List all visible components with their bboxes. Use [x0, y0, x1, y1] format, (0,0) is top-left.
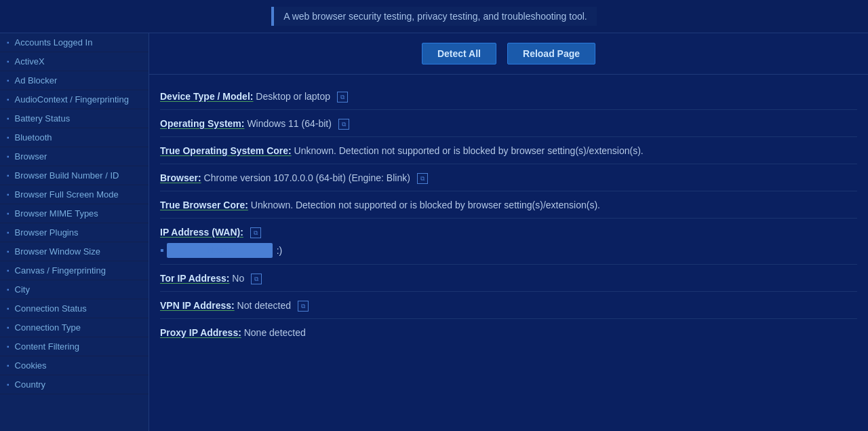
sidebar-item-label: Browser MIME Types [15, 208, 98, 219]
sidebar-item-connection-type[interactable]: ▪Connection Type [0, 318, 149, 337]
sidebar-item-label: City [15, 284, 30, 295]
sidebar-item-label: Browser [15, 151, 47, 162]
sidebar-bullet-icon: ▪ [7, 58, 9, 65]
tor-ip-copy-icon[interactable]: ⧉ [251, 274, 262, 284]
sidebar-bullet-icon: ▪ [7, 39, 9, 46]
sidebar-bullet-icon: ▪ [7, 134, 9, 141]
true-os-label: True Operating System Core: [160, 145, 292, 156]
ip-smiley: :) [277, 244, 283, 258]
os-row: Operating System: Windows 11 (64-bit) ⧉ [160, 110, 857, 137]
device-type-row: Device Type / Model: Desktop or laptop ⧉ [160, 83, 857, 110]
ip-bullet: ▪ [160, 242, 164, 259]
browser-label: Browser: [160, 172, 201, 183]
reload-page-button[interactable]: Reload Page [507, 43, 595, 64]
sidebar-bullet-icon: ▪ [7, 77, 9, 84]
sidebar-item-browser[interactable]: ▪Browser [0, 147, 149, 166]
sidebar-item-label: Browser Full Screen Mode [15, 189, 119, 200]
banner-text: A web browser security testing, privacy … [271, 7, 596, 26]
sidebar-item-browser-full-screen-mode[interactable]: ▪Browser Full Screen Mode [0, 185, 149, 204]
tor-ip-label: Tor IP Address: [160, 273, 229, 284]
sidebar-item-label: Browser Window Size [15, 246, 100, 257]
sidebar-item-cookies[interactable]: ▪Cookies [0, 356, 149, 375]
sidebar-item-label: Canvas / Fingerprinting [15, 265, 106, 276]
sidebar-bullet-icon: ▪ [7, 115, 9, 122]
device-type-copy-icon[interactable]: ⧉ [337, 92, 348, 102]
browser-row: Browser: Chrome version 107.0.0.0 (64-bi… [160, 164, 857, 191]
banner-message: A web browser security testing, privacy … [283, 11, 587, 22]
sidebar-item-battery-status[interactable]: ▪Battery Status [0, 109, 149, 128]
ip-wan-copy-icon[interactable]: ⧉ [250, 227, 261, 238]
tor-ip-value: No [232, 273, 244, 284]
os-value: Windows 11 (64-bit) [247, 118, 332, 129]
sidebar-item-label: ActiveX [15, 56, 45, 67]
sidebar-item-label: Battery Status [15, 113, 71, 124]
true-browser-core-row: True Browser Core: Unknown. Detection no… [160, 191, 857, 219]
sidebar-item-label: Browser Build Number / ID [15, 170, 119, 181]
ip-wan-row: IP Address (WAN): ⧉ ▪ hidden :) [160, 219, 857, 265]
sidebar-item-content-filtering[interactable]: ▪Content Filtering [0, 337, 149, 356]
device-type-label: Device Type / Model: [160, 91, 253, 102]
sidebar-bullet-icon: ▪ [7, 229, 9, 236]
sidebar-bullet-icon: ▪ [7, 267, 9, 274]
sidebar-item-label: Ad Blocker [15, 75, 58, 86]
sidebar-bullet-icon: ▪ [7, 248, 9, 255]
ip-hidden-value: hidden [167, 243, 273, 258]
sidebar-bullet-icon: ▪ [7, 324, 9, 331]
sidebar-item-city[interactable]: ▪City [0, 280, 149, 299]
sidebar-item-browser-window-size[interactable]: ▪Browser Window Size [0, 242, 149, 261]
sidebar-item-label: Bluetooth [15, 132, 52, 143]
sidebar-item-browser-build-number---id[interactable]: ▪Browser Build Number / ID [0, 166, 149, 185]
browser-copy-icon[interactable]: ⧉ [417, 173, 428, 184]
sidebar-item-label: Browser Plugins [15, 227, 79, 238]
sidebar-item-label: Cookies [15, 360, 47, 371]
sidebar-bullet-icon: ▪ [7, 286, 9, 293]
vpn-ip-copy-icon[interactable]: ⧉ [298, 301, 309, 312]
sidebar-item-browser-plugins[interactable]: ▪Browser Plugins [0, 223, 149, 242]
proxy-ip-label: Proxy IP Address: [160, 327, 241, 338]
browser-value: Chrome version 107.0.0.0 (64-bit) (Engin… [204, 172, 410, 183]
sidebar-bullet-icon: ▪ [7, 153, 9, 160]
sidebar-item-label: Connection Status [15, 303, 87, 314]
sidebar-item-connection-status[interactable]: ▪Connection Status [0, 299, 149, 318]
sidebar-item-label: AudioContext / Fingerprinting [15, 94, 129, 105]
tor-ip-row: Tor IP Address: No ⧉ [160, 265, 857, 292]
sidebar-item-ad-blocker[interactable]: ▪Ad Blocker [0, 71, 149, 90]
os-copy-icon[interactable]: ⧉ [338, 119, 349, 130]
sidebar-bullet-icon: ▪ [7, 210, 9, 217]
sidebar-item-label: Accounts Logged In [15, 37, 93, 48]
true-browser-core-value: Unknown. Detection not supported or is b… [251, 200, 600, 210]
sidebar-item-audiocontext---fingerprinting[interactable]: ▪AudioContext / Fingerprinting [0, 90, 149, 109]
detect-all-button[interactable]: Detect All [422, 43, 496, 64]
main-layout: ▪Accounts Logged In▪ActiveX▪Ad Blocker▪A… [0, 33, 868, 431]
sidebar-bullet-icon: ▪ [7, 343, 9, 350]
sidebar-item-bluetooth[interactable]: ▪Bluetooth [0, 128, 149, 147]
sidebar-item-country[interactable]: ▪Country [0, 375, 149, 394]
top-banner: A web browser security testing, privacy … [0, 0, 868, 33]
sidebar-item-canvas---fingerprinting[interactable]: ▪Canvas / Fingerprinting [0, 261, 149, 280]
toolbar: Detect All Reload Page [149, 33, 868, 74]
proxy-ip-value: None detected [244, 327, 306, 338]
sidebar-bullet-icon: ▪ [7, 381, 9, 388]
true-os-row: True Operating System Core: Unknown. Det… [160, 137, 857, 164]
sidebar: ▪Accounts Logged In▪ActiveX▪Ad Blocker▪A… [0, 33, 149, 431]
vpn-ip-label: VPN IP Address: [160, 300, 235, 311]
sidebar-item-label: Connection Type [15, 322, 81, 333]
sidebar-item-label: Country [15, 379, 46, 390]
sidebar-item-browser-mime-types[interactable]: ▪Browser MIME Types [0, 204, 149, 223]
sidebar-item-label: Content Filtering [15, 341, 79, 352]
device-type-value: Desktop or laptop [256, 91, 330, 102]
sidebar-bullet-icon: ▪ [7, 96, 9, 103]
content-area: Detect All Reload Page Device Type / Mod… [149, 33, 868, 431]
true-os-value: Unknown. Detection not supported or is b… [294, 145, 644, 156]
os-label: Operating System: [160, 118, 244, 129]
proxy-ip-row: Proxy IP Address: None detected [160, 319, 857, 345]
sidebar-item-activex[interactable]: ▪ActiveX [0, 52, 149, 71]
true-browser-core-label: True Browser Core: [160, 200, 248, 210]
vpn-ip-value: Not detected [237, 300, 291, 311]
sidebar-bullet-icon: ▪ [7, 305, 9, 312]
sidebar-bullet-icon: ▪ [7, 172, 9, 179]
ip-wan-label: IP Address (WAN): [160, 227, 243, 238]
sidebar-item-accounts-logged-in[interactable]: ▪Accounts Logged In [0, 33, 149, 52]
sidebar-bullet-icon: ▪ [7, 191, 9, 198]
sidebar-bullet-icon: ▪ [7, 362, 9, 369]
